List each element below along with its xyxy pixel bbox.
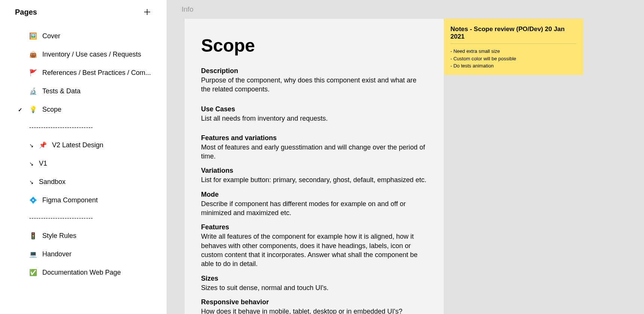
pin-icon: 📌 — [39, 141, 47, 149]
section-responsive: Responsive behavior How does it behave i… — [201, 298, 427, 314]
page-label: Sandbox — [39, 178, 66, 186]
sidebar-item-cover[interactable]: 🖼️ Cover — [15, 27, 152, 45]
page-label: Inventory / Use cases / Requests — [42, 51, 141, 58]
section-text: Write all features of the component for … — [201, 232, 427, 268]
sidebar-item-figma-component[interactable]: 💠 Figma Component — [15, 191, 152, 209]
sidebar-item-scope[interactable]: 💡 Scope — [15, 100, 152, 119]
section-text: List for example button: primary, second… — [201, 175, 427, 184]
sidebar-item-style-rules[interactable]: 🚦 Style Rules — [15, 227, 152, 245]
document-title: Scope — [201, 35, 427, 56]
sidebar-item-v1[interactable]: ↘ V1 — [15, 154, 152, 173]
microscope-icon: 🔬 — [29, 87, 37, 95]
page-label: Documentation Web Page — [42, 269, 121, 277]
sidebar-item-handover[interactable]: 💻 Handover — [15, 245, 152, 263]
section-text: How does it behave in mobile, tablet, de… — [201, 307, 427, 314]
section-features-variations: Features and variations Most of features… — [201, 134, 427, 161]
section-heading: Use Cases — [201, 105, 427, 113]
section-sizes: Sizes Sizes to suit dense, normal and to… — [201, 275, 427, 292]
sidebar-item-tests[interactable]: 🔬 Tests & Data — [15, 82, 152, 100]
sidebar-item-sandbox[interactable]: ↘ Sandbox — [15, 173, 152, 191]
page-label: Scope — [42, 106, 61, 114]
section-features: Features Write all features of the compo… — [201, 223, 427, 268]
page-label: Tests & Data — [42, 87, 80, 95]
section-description: Description Purpose of the component, wh… — [201, 67, 427, 94]
bulb-icon: 💡 — [29, 106, 37, 114]
info-label: Info — [182, 5, 194, 13]
page-label: Cover — [42, 32, 60, 40]
page-divider: --------------------------- — [15, 209, 152, 227]
scope-document-frame[interactable]: Scope Description Purpose of the compone… — [185, 19, 444, 314]
arrow-down-right-icon: ↘ — [29, 161, 34, 167]
page-divider: --------------------------- — [15, 119, 152, 136]
picture-icon: 🖼️ — [29, 32, 37, 40]
section-mode: Mode Describe if component has different… — [201, 191, 427, 218]
checkmark-icon: ✅ — [29, 269, 37, 277]
sidebar-item-v2[interactable]: ↘ 📌 V2 Latest Design — [15, 136, 152, 154]
notes-line: - Need extra small size — [450, 48, 576, 55]
section-heading: Features — [201, 223, 427, 231]
page-label: Style Rules — [42, 232, 76, 240]
section-heading: Responsive behavior — [201, 298, 427, 306]
notes-sticky[interactable]: Notes - Scope review (PO/Dev) 20 Jan 202… — [444, 19, 583, 75]
sidebar-item-documentation[interactable]: ✅ Documentation Web Page — [15, 263, 152, 282]
section-text: List all needs from inventory and reques… — [201, 114, 427, 123]
section-heading: Description — [201, 67, 427, 75]
arrow-down-right-icon: ↘ — [29, 142, 34, 148]
page-label: Figma Component — [42, 196, 98, 204]
sidebar-item-references[interactable]: 🚩 References / Best Practices / Com... — [15, 64, 152, 82]
flag-icon: 🚩 — [29, 69, 37, 77]
pages-sidebar: Pages 🖼️ Cover 👜 Inventory / Use cases /… — [0, 0, 167, 314]
canvas[interactable]: Scope Description Purpose of the compone… — [167, 19, 644, 314]
arrow-down-right-icon: ↘ — [29, 179, 34, 185]
section-text: Purpose of the component, why does this … — [201, 76, 427, 94]
pages-title: Pages — [15, 8, 37, 16]
notes-line: - Do tests animation — [450, 62, 576, 70]
section-text: Most of features and early guesstimation… — [201, 143, 427, 161]
page-label: Handover — [42, 250, 72, 258]
page-list: 🖼️ Cover 👜 Inventory / Use cases / Reque… — [15, 27, 152, 282]
sidebar-header: Pages — [15, 7, 152, 16]
notes-line: - Custom color will be possible — [450, 55, 576, 63]
traffic-light-icon: 🚦 — [29, 232, 37, 240]
info-bar: Info — [167, 0, 644, 19]
notes-title: Notes - Scope review (PO/Dev) 20 Jan 202… — [450, 25, 576, 44]
section-heading: Mode — [201, 191, 427, 199]
section-text: Describe if component has different mode… — [201, 199, 427, 218]
sidebar-item-inventory[interactable]: 👜 Inventory / Use cases / Requests — [15, 45, 152, 64]
section-variations: Variations List for example button: prim… — [201, 167, 427, 184]
add-page-button[interactable] — [143, 7, 152, 16]
section-heading: Variations — [201, 167, 427, 175]
canvas-area: Info Scope Description Purpose of the co… — [167, 0, 644, 314]
diamond-icon: 💠 — [29, 196, 37, 204]
page-label: V2 Latest Design — [52, 141, 103, 149]
plus-icon — [143, 8, 151, 16]
section-heading: Sizes — [201, 275, 427, 283]
page-label: References / Best Practices / Com... — [42, 69, 151, 77]
section-heading: Features and variations — [201, 134, 427, 142]
section-text: Sizes to suit dense, normal and touch UI… — [201, 283, 427, 292]
bag-icon: 👜 — [29, 51, 37, 58]
page-label: V1 — [39, 160, 47, 167]
laptop-icon: 💻 — [29, 250, 37, 258]
section-use-cases: Use Cases List all needs from inventory … — [201, 105, 427, 123]
